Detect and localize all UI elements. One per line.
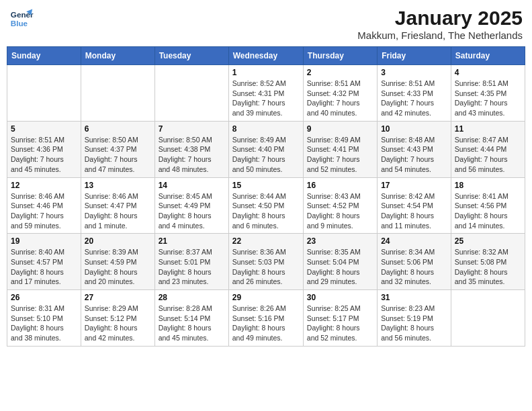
day-info: Sunrise: 8:43 AM Sunset: 4:52 PM Dayligh… bbox=[307, 191, 373, 231]
day-number: 20 bbox=[85, 236, 151, 246]
day-number: 13 bbox=[85, 181, 151, 190]
day-number: 26 bbox=[11, 293, 77, 302]
logo: General Blue bbox=[9, 7, 34, 31]
day-info: Sunrise: 8:50 AM Sunset: 4:38 PM Dayligh… bbox=[159, 135, 225, 175]
day-info: Sunrise: 8:44 AM Sunset: 4:50 PM Dayligh… bbox=[232, 191, 300, 231]
day-number: 30 bbox=[307, 293, 373, 302]
day-number: 6 bbox=[85, 124, 151, 134]
page-subtitle: Makkum, Friesland, The Netherlands bbox=[357, 30, 523, 41]
week-row-3: 12Sunrise: 8:46 AM Sunset: 4:46 PM Dayli… bbox=[7, 177, 525, 234]
page-title: January 2025 bbox=[357, 7, 523, 30]
calendar-cell: 26Sunrise: 8:31 AM Sunset: 5:10 PM Dayli… bbox=[7, 290, 81, 347]
day-number: 29 bbox=[232, 293, 300, 302]
day-info: Sunrise: 8:29 AM Sunset: 5:12 PM Dayligh… bbox=[85, 304, 151, 343]
calendar-cell bbox=[154, 65, 228, 122]
day-info: Sunrise: 8:50 AM Sunset: 4:37 PM Dayligh… bbox=[85, 135, 151, 175]
calendar-cell: 23Sunrise: 8:35 AM Sunset: 5:04 PM Dayli… bbox=[303, 234, 377, 290]
calendar-cell: 13Sunrise: 8:46 AM Sunset: 4:47 PM Dayli… bbox=[81, 177, 154, 234]
day-info: Sunrise: 8:23 AM Sunset: 5:19 PM Dayligh… bbox=[381, 304, 447, 343]
day-number: 27 bbox=[85, 293, 151, 302]
calendar-table: SundayMondayTuesdayWednesdayThursdayFrid… bbox=[7, 46, 525, 347]
week-row-4: 19Sunrise: 8:40 AM Sunset: 4:57 PM Dayli… bbox=[7, 234, 525, 290]
day-info: Sunrise: 8:49 AM Sunset: 4:41 PM Dayligh… bbox=[307, 135, 373, 175]
calendar-header: SundayMondayTuesdayWednesdayThursdayFrid… bbox=[7, 47, 525, 65]
day-number: 12 bbox=[11, 181, 77, 190]
day-info: Sunrise: 8:32 AM Sunset: 5:08 PM Dayligh… bbox=[455, 247, 521, 287]
week-row-5: 26Sunrise: 8:31 AM Sunset: 5:10 PM Dayli… bbox=[7, 290, 525, 347]
calendar-cell: 5Sunrise: 8:51 AM Sunset: 4:36 PM Daylig… bbox=[7, 121, 81, 177]
day-info: Sunrise: 8:47 AM Sunset: 4:44 PM Dayligh… bbox=[455, 135, 521, 175]
day-number: 14 bbox=[159, 181, 225, 190]
day-number: 28 bbox=[159, 293, 225, 302]
calendar-cell: 14Sunrise: 8:45 AM Sunset: 4:49 PM Dayli… bbox=[154, 177, 228, 234]
week-row-2: 5Sunrise: 8:51 AM Sunset: 4:36 PM Daylig… bbox=[7, 121, 525, 177]
day-info: Sunrise: 8:36 AM Sunset: 5:03 PM Dayligh… bbox=[232, 247, 300, 287]
day-info: Sunrise: 8:37 AM Sunset: 5:01 PM Dayligh… bbox=[159, 247, 225, 287]
page-header: General Blue January 2025 Makkum, Friesl… bbox=[7, 7, 525, 41]
calendar-cell: 28Sunrise: 8:28 AM Sunset: 5:14 PM Dayli… bbox=[154, 290, 228, 347]
day-number: 21 bbox=[159, 236, 225, 246]
day-info: Sunrise: 8:45 AM Sunset: 4:49 PM Dayligh… bbox=[159, 191, 225, 231]
header-row: SundayMondayTuesdayWednesdayThursdayFrid… bbox=[7, 47, 525, 65]
day-info: Sunrise: 8:48 AM Sunset: 4:43 PM Dayligh… bbox=[381, 135, 447, 175]
logo-icon: General Blue bbox=[9, 7, 34, 31]
day-info: Sunrise: 8:42 AM Sunset: 4:54 PM Dayligh… bbox=[381, 191, 447, 231]
day-number: 23 bbox=[307, 236, 373, 246]
calendar-cell: 30Sunrise: 8:25 AM Sunset: 5:17 PM Dayli… bbox=[303, 290, 377, 347]
day-number: 15 bbox=[232, 181, 300, 190]
calendar-cell: 10Sunrise: 8:48 AM Sunset: 4:43 PM Dayli… bbox=[378, 121, 451, 177]
day-number: 9 bbox=[307, 124, 373, 134]
day-info: Sunrise: 8:26 AM Sunset: 5:16 PM Dayligh… bbox=[232, 304, 300, 343]
calendar-cell: 21Sunrise: 8:37 AM Sunset: 5:01 PM Dayli… bbox=[154, 234, 228, 290]
day-number: 31 bbox=[381, 293, 447, 302]
header-day-sunday: Sunday bbox=[7, 47, 81, 65]
day-number: 4 bbox=[455, 68, 521, 77]
calendar-body: 1Sunrise: 8:52 AM Sunset: 4:31 PM Daylig… bbox=[7, 65, 525, 347]
week-row-1: 1Sunrise: 8:52 AM Sunset: 4:31 PM Daylig… bbox=[7, 65, 525, 122]
header-day-tuesday: Tuesday bbox=[154, 47, 228, 65]
calendar-cell: 12Sunrise: 8:46 AM Sunset: 4:46 PM Dayli… bbox=[7, 177, 81, 234]
calendar-cell: 25Sunrise: 8:32 AM Sunset: 5:08 PM Dayli… bbox=[451, 234, 525, 290]
day-info: Sunrise: 8:52 AM Sunset: 4:31 PM Dayligh… bbox=[232, 79, 300, 118]
day-number: 10 bbox=[381, 124, 447, 134]
calendar-cell: 2Sunrise: 8:51 AM Sunset: 4:32 PM Daylig… bbox=[303, 65, 377, 122]
calendar-cell: 31Sunrise: 8:23 AM Sunset: 5:19 PM Dayli… bbox=[378, 290, 451, 347]
calendar-cell: 19Sunrise: 8:40 AM Sunset: 4:57 PM Dayli… bbox=[7, 234, 81, 290]
day-number: 5 bbox=[11, 124, 77, 134]
calendar-cell: 29Sunrise: 8:26 AM Sunset: 5:16 PM Dayli… bbox=[228, 290, 303, 347]
day-info: Sunrise: 8:51 AM Sunset: 4:36 PM Dayligh… bbox=[11, 135, 77, 175]
calendar-cell: 11Sunrise: 8:47 AM Sunset: 4:44 PM Dayli… bbox=[451, 121, 525, 177]
day-number: 25 bbox=[455, 236, 521, 246]
calendar-cell: 20Sunrise: 8:39 AM Sunset: 4:59 PM Dayli… bbox=[81, 234, 154, 290]
day-number: 24 bbox=[381, 236, 447, 246]
day-info: Sunrise: 8:51 AM Sunset: 4:33 PM Dayligh… bbox=[381, 79, 447, 118]
day-info: Sunrise: 8:39 AM Sunset: 4:59 PM Dayligh… bbox=[85, 247, 151, 287]
day-number: 1 bbox=[232, 68, 300, 77]
calendar-cell: 18Sunrise: 8:41 AM Sunset: 4:56 PM Dayli… bbox=[451, 177, 525, 234]
calendar-cell bbox=[7, 65, 81, 122]
header-day-friday: Friday bbox=[378, 47, 451, 65]
header-day-monday: Monday bbox=[81, 47, 154, 65]
calendar-cell: 27Sunrise: 8:29 AM Sunset: 5:12 PM Dayli… bbox=[81, 290, 154, 347]
calendar-cell: 17Sunrise: 8:42 AM Sunset: 4:54 PM Dayli… bbox=[378, 177, 451, 234]
header-day-thursday: Thursday bbox=[303, 47, 377, 65]
day-number: 2 bbox=[307, 68, 373, 77]
calendar-cell: 7Sunrise: 8:50 AM Sunset: 4:38 PM Daylig… bbox=[154, 121, 228, 177]
day-info: Sunrise: 8:49 AM Sunset: 4:40 PM Dayligh… bbox=[232, 135, 300, 175]
day-info: Sunrise: 8:51 AM Sunset: 4:35 PM Dayligh… bbox=[455, 79, 521, 118]
day-info: Sunrise: 8:25 AM Sunset: 5:17 PM Dayligh… bbox=[307, 304, 373, 343]
day-info: Sunrise: 8:41 AM Sunset: 4:56 PM Dayligh… bbox=[455, 191, 521, 231]
calendar-cell: 4Sunrise: 8:51 AM Sunset: 4:35 PM Daylig… bbox=[451, 65, 525, 122]
day-number: 8 bbox=[232, 124, 300, 134]
day-number: 18 bbox=[455, 181, 521, 190]
svg-text:Blue: Blue bbox=[11, 19, 28, 28]
calendar-cell: 22Sunrise: 8:36 AM Sunset: 5:03 PM Dayli… bbox=[228, 234, 303, 290]
day-number: 19 bbox=[11, 236, 77, 246]
day-info: Sunrise: 8:34 AM Sunset: 5:06 PM Dayligh… bbox=[381, 247, 447, 287]
day-number: 22 bbox=[232, 236, 300, 246]
calendar-cell: 16Sunrise: 8:43 AM Sunset: 4:52 PM Dayli… bbox=[303, 177, 377, 234]
header-day-saturday: Saturday bbox=[451, 47, 525, 65]
day-info: Sunrise: 8:31 AM Sunset: 5:10 PM Dayligh… bbox=[11, 304, 77, 343]
calendar-cell: 1Sunrise: 8:52 AM Sunset: 4:31 PM Daylig… bbox=[228, 65, 303, 122]
title-block: January 2025 Makkum, Friesland, The Neth… bbox=[357, 7, 523, 41]
